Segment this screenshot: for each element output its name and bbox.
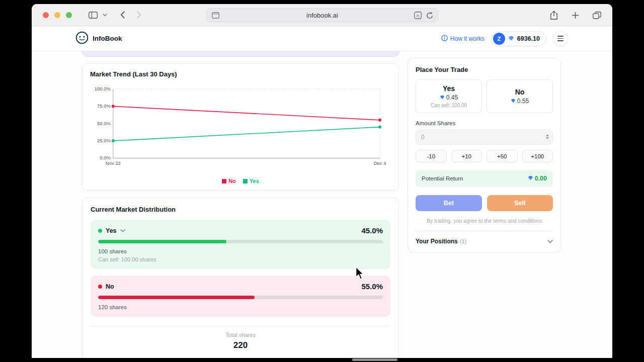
positions-chevron-icon[interactable] <box>547 240 553 243</box>
total-shares-value: 220 <box>91 340 390 350</box>
yes-row-chevron-icon[interactable] <box>120 229 125 232</box>
hamburger-menu-button[interactable] <box>553 31 568 46</box>
balance-pill[interactable]: Z 6936.10 <box>491 31 546 46</box>
browser-window: infobook.ai A <box>32 4 612 358</box>
yes-can-sell: Can sell: 100.00 shares <box>98 256 383 262</box>
yes-percentage: 45.0% <box>361 226 383 235</box>
amount-shares-label: Amount Shares <box>416 120 553 126</box>
tab-overview-icon[interactable] <box>593 12 601 19</box>
gem-icon <box>508 34 514 43</box>
legend-swatch-icon <box>222 179 226 184</box>
how-it-works-link[interactable]: How it works <box>441 35 485 43</box>
how-it-works-label: How it works <box>450 35 485 42</box>
scrollbar-thumb[interactable] <box>352 358 397 361</box>
infobook-logo-icon <box>75 31 89 46</box>
no-option-price: 0.55 <box>517 98 529 105</box>
quick-plus-100-button[interactable]: +100 <box>522 150 553 162</box>
place-trade-card: Place Your Trade Yes 0.45 Can sell: 100.… <box>408 58 561 253</box>
avatar: Z <box>493 33 505 45</box>
sidebar-toggle-icon[interactable] <box>89 12 98 19</box>
terms-text: By trading, you agree to the terms and c… <box>416 218 553 224</box>
back-button[interactable] <box>120 11 125 19</box>
svg-text:Nov 22: Nov 22 <box>106 160 121 166</box>
distribution-row-no: No 55.0% 120 shares <box>91 276 390 317</box>
browser-toolbar: infobook.ai A <box>32 4 612 26</box>
previous-card-bottom-edge <box>82 51 399 57</box>
info-icon <box>441 35 448 43</box>
yes-option-price: 0.45 <box>446 94 458 101</box>
yes-progress-fill <box>98 240 226 243</box>
no-option-button[interactable]: No 0.55 <box>487 79 553 113</box>
trade-card-title: Place Your Trade <box>416 66 553 73</box>
svg-text:50.0%: 50.0% <box>97 121 111 126</box>
new-tab-icon[interactable] <box>572 12 579 19</box>
svg-text:25.0%: 25.0% <box>97 138 111 143</box>
quick-plus-10-button[interactable]: +10 <box>451 150 482 162</box>
balance-amount: 6936.10 <box>517 35 540 42</box>
distribution-row-yes: Yes 45.0% 100 shares Can sell: 100.00 sh… <box>91 220 390 269</box>
mouse-cursor <box>355 266 364 282</box>
yes-progress-track <box>98 240 383 243</box>
trend-chart: 100.0%75.0%50.0%25.0%0.0%Nov 22Dec 4 <box>90 83 391 172</box>
trend-legend: NoYes <box>90 178 391 184</box>
svg-text:100.0%: 100.0% <box>95 86 111 92</box>
brand[interactable]: InfoBook <box>75 31 122 46</box>
svg-text:Dec 4: Dec 4 <box>374 160 386 166</box>
page-settings-icon[interactable] <box>212 12 219 19</box>
no-option-label: No <box>515 88 525 96</box>
your-positions-row[interactable]: Your Positions (1) <box>416 231 553 245</box>
no-progress-track <box>98 296 383 299</box>
quick-minus-10-button[interactable]: -10 <box>416 150 447 162</box>
legend-item-yes: Yes <box>243 178 259 184</box>
app-header: InfoBook How it works Z 6936.10 <box>32 26 612 51</box>
no-percentage: 55.0% <box>361 282 383 291</box>
no-row-label: No <box>106 283 114 290</box>
gem-icon <box>528 175 533 182</box>
market-distribution-card: Current Market Distribution Yes 45.0% 10… <box>82 198 399 358</box>
address-bar[interactable]: infobook.ai A <box>206 8 438 22</box>
yes-dot-icon <box>98 229 102 233</box>
share-icon[interactable] <box>550 11 558 20</box>
yes-row-label: Yes <box>106 227 117 234</box>
no-progress-fill <box>98 296 255 299</box>
positions-count: (1) <box>460 238 466 244</box>
brand-name: InfoBook <box>93 35 122 42</box>
svg-text:75.0%: 75.0% <box>97 103 111 109</box>
reload-icon[interactable] <box>426 12 433 19</box>
quick-plus-50-button[interactable]: +50 <box>487 150 518 162</box>
page-content: Market Trend (Last 30 Days) 100.0%75.0%5… <box>32 51 612 358</box>
zoom-window-button[interactable] <box>66 12 72 18</box>
chevron-down-icon[interactable] <box>103 14 107 17</box>
potential-return-row: Potential Return 0.00 <box>416 170 553 187</box>
gem-icon <box>440 94 445 101</box>
bet-button[interactable]: Bet <box>416 195 482 211</box>
minimize-window-button[interactable] <box>54 12 60 18</box>
legend-swatch-icon <box>243 179 248 184</box>
legend-item-no: No <box>222 178 236 184</box>
gem-icon <box>511 98 516 105</box>
no-dot-icon <box>98 285 102 289</box>
close-window-button[interactable] <box>43 12 49 18</box>
trend-card-title: Market Trend (Last 30 Days) <box>90 70 391 78</box>
market-trend-card: Market Trend (Last 30 Days) 100.0%75.0%5… <box>82 63 399 191</box>
sell-button[interactable]: Sell <box>487 195 553 211</box>
amount-stepper[interactable] <box>546 134 549 139</box>
traffic-lights <box>43 12 72 18</box>
yes-option-button[interactable]: Yes 0.45 Can sell: 100.00 <box>416 79 482 113</box>
url-text: infobook.ai <box>306 12 338 19</box>
yes-shares: 100 shares <box>98 248 383 254</box>
total-shares-label: Total shares <box>91 332 390 338</box>
potential-return-value: 0.00 <box>535 175 547 182</box>
svg-text:0.0%: 0.0% <box>100 155 111 160</box>
positions-label: Your Positions <box>416 238 458 245</box>
yes-option-can-sell: Can sell: 100.00 <box>431 103 467 108</box>
no-shares: 120 shares <box>98 304 383 310</box>
forward-button[interactable] <box>137 11 141 19</box>
distribution-card-title: Current Market Distribution <box>91 206 390 213</box>
amount-shares-input[interactable] <box>416 130 553 145</box>
yes-option-label: Yes <box>443 84 455 93</box>
svg-text:A: A <box>416 13 420 18</box>
translate-icon[interactable]: A <box>414 12 422 19</box>
potential-return-label: Potential Return <box>422 175 463 182</box>
